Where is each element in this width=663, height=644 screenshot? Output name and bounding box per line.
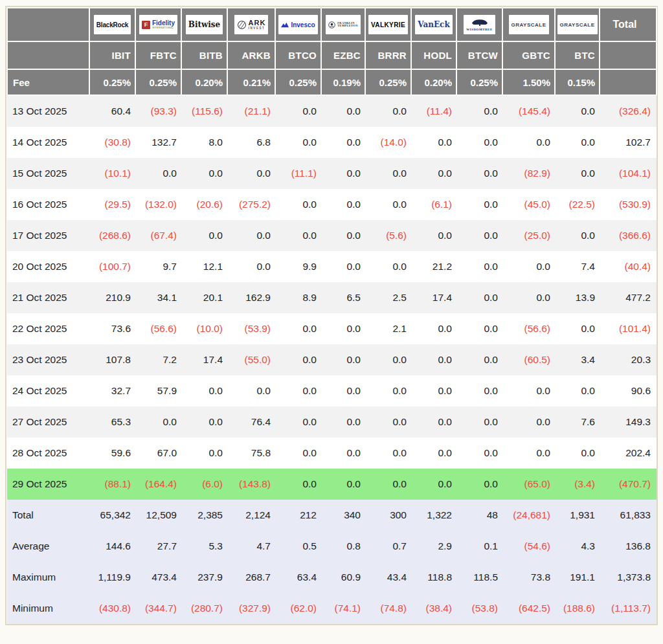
- vaneck-wordmark: VanEck: [418, 20, 449, 29]
- flow-value-cell: (88.1): [89, 469, 135, 500]
- flow-value-cell: 202.4: [600, 438, 657, 469]
- flow-value-cell: 0.0: [456, 251, 502, 282]
- flow-value-cell: (56.6): [502, 313, 555, 344]
- summary-value-cell: 0.8: [321, 531, 365, 562]
- flow-value-cell: 0.0: [456, 406, 502, 438]
- flow-value-cell: 76.4: [227, 406, 275, 438]
- summary-label-row: Average144.627.75.34.70.50.80.72.90.1(54…: [7, 531, 657, 562]
- flow-value-cell: 12.1: [181, 251, 227, 282]
- flow-value-cell: 0.0: [227, 375, 275, 406]
- summary-value-cell: 0.1: [456, 531, 502, 562]
- summary-value-cell: 0.5: [275, 531, 321, 562]
- flow-value-cell: (164.4): [135, 469, 181, 500]
- summary-value-cell: 27.7: [135, 531, 181, 562]
- flow-value-cell: 0.0: [321, 313, 365, 344]
- flow-value-cell: (14.0): [365, 127, 411, 158]
- date-label-row: 13 Oct 202560.4(93.3)(115.6)(21.1)0.00.0…: [7, 95, 657, 127]
- flow-value-cell: (56.6): [135, 313, 181, 344]
- flow-value-cell: (29.5): [89, 189, 135, 220]
- summary-label-row: Total65,34212,5092,3852,1242123403001,32…: [7, 500, 657, 531]
- grayscale-mini-logo-box: GRAYSCALE: [557, 15, 598, 34]
- fee-bitb: 0.20%: [181, 69, 227, 95]
- grayscale-logo-btc: GRAYSCALE: [555, 8, 600, 41]
- date-label: 20 Oct 2025: [7, 251, 89, 282]
- date-label: 17 Oct 2025: [7, 220, 89, 251]
- fee-ibit: 0.25%: [89, 69, 135, 95]
- summary-value-cell: 63.4: [275, 562, 321, 593]
- ticker-row-label: [7, 41, 89, 69]
- fee-btc: 0.15%: [555, 69, 600, 95]
- fidelity-f-icon: F: [142, 21, 150, 29]
- summary-value-cell: (54.6): [502, 531, 555, 562]
- flow-value-cell: 210.9: [89, 282, 135, 313]
- flow-value-cell: 0.0: [456, 375, 502, 406]
- flow-value-cell: (67.4): [135, 220, 181, 251]
- flow-value-cell: 0.0: [411, 469, 456, 500]
- grayscale-logo-gbtc: GRAYSCALE: [502, 8, 555, 41]
- invesco-logo-box: Invesco: [278, 15, 317, 34]
- date-label: 16 Oct 2025: [7, 189, 89, 220]
- flow-value-cell: 67.0: [135, 438, 181, 469]
- flow-value-cell: 3.4: [555, 344, 600, 375]
- flow-value-cell: 0.0: [456, 127, 502, 158]
- invesco-logo: Invesco: [275, 8, 321, 41]
- flow-value-cell: 0.0: [555, 313, 600, 344]
- flow-value-cell: 0.0: [321, 158, 365, 189]
- flow-value-cell: 0.0: [502, 438, 555, 469]
- summary-value-cell: 2,124: [227, 500, 275, 531]
- flow-value-cell: (6.0): [181, 469, 227, 500]
- flow-value-cell: 65.3: [89, 406, 135, 438]
- date-label: 28 Oct 2025: [7, 438, 89, 469]
- flow-value-cell: 0.0: [365, 406, 411, 438]
- invesco-mountain-icon: [281, 22, 289, 28]
- franklin-head-icon: [328, 21, 335, 28]
- valkyrie-wordmark: VALKYRIE: [371, 21, 405, 28]
- fidelity-logo-box: FFidelityINTERNATIONAL: [139, 15, 177, 34]
- summary-label: Average: [7, 531, 89, 562]
- franklin-logo-box: FRANKLINTEMPLETON: [326, 15, 360, 34]
- summary-label: Maximum: [7, 562, 89, 593]
- franklin-templeton-logo: FRANKLINTEMPLETON: [321, 8, 365, 41]
- wisdomtree-wordmark: WISDOMTREE: [466, 28, 493, 31]
- flow-value-cell: 0.0: [365, 344, 411, 375]
- flow-value-cell: (53.9): [227, 313, 275, 344]
- date-label-row: 20 Oct 2025(100.7)9.712.10.09.90.00.021.…: [7, 251, 657, 282]
- date-label-row: 15 Oct 2025(10.1)0.00.00.0(11.1)0.00.00.…: [7, 158, 657, 189]
- flow-value-cell: 17.4: [411, 282, 456, 313]
- fidelity-logo: FFidelityINTERNATIONAL: [135, 8, 181, 41]
- summary-value-cell: 340: [321, 500, 365, 531]
- flow-value-cell: (101.4): [600, 313, 657, 344]
- flow-value-cell: (145.4): [502, 95, 555, 127]
- blackrock-logo-box: BlackRock: [94, 15, 131, 34]
- flow-value-cell: (10.1): [89, 158, 135, 189]
- flow-value-cell: 0.0: [321, 438, 365, 469]
- flow-value-cell: 0.0: [456, 469, 502, 500]
- bitwise-logo-box: Bitwise: [186, 15, 223, 34]
- wisdomtree-tree-icon: [471, 19, 488, 27]
- flow-value-cell: 0.0: [411, 158, 456, 189]
- summary-value-cell: 48: [456, 500, 502, 531]
- flow-value-cell: 60.4: [89, 95, 135, 127]
- summary-value-cell: 268.7: [227, 562, 275, 593]
- summary-value-cell: 1,119.9: [89, 562, 135, 593]
- flow-value-cell: (6.1): [411, 189, 456, 220]
- flow-value-cell: 0.0: [555, 220, 600, 251]
- fee-hodl: 0.20%: [411, 69, 456, 95]
- flow-value-cell: 9.9: [275, 251, 321, 282]
- flow-value-cell: 0.0: [365, 469, 411, 500]
- date-label-row: 16 Oct 2025(29.5)(132.0)(20.6)(275.2)0.0…: [7, 189, 657, 220]
- flow-value-cell: 0.0: [411, 344, 456, 375]
- summary-value-cell: 118.5: [456, 562, 502, 593]
- flow-value-cell: 32.7: [89, 375, 135, 406]
- flow-value-cell: 0.0: [502, 127, 555, 158]
- summary-value-cell: (74.1): [321, 593, 365, 624]
- flow-value-cell: 0.0: [135, 158, 181, 189]
- grayscale-mini-wordmark: GRAYSCALE: [560, 22, 595, 28]
- flow-value-cell: 0.0: [275, 469, 321, 500]
- fidelity-international-text: INTERNATIONAL: [152, 27, 174, 30]
- summary-value-cell: 118.8: [411, 562, 456, 593]
- flow-value-cell: 0.0: [321, 95, 365, 127]
- ticker-hodl: HODL: [411, 41, 456, 69]
- summary-value-cell: 1,931: [555, 500, 600, 531]
- flow-value-cell: 0.0: [365, 95, 411, 127]
